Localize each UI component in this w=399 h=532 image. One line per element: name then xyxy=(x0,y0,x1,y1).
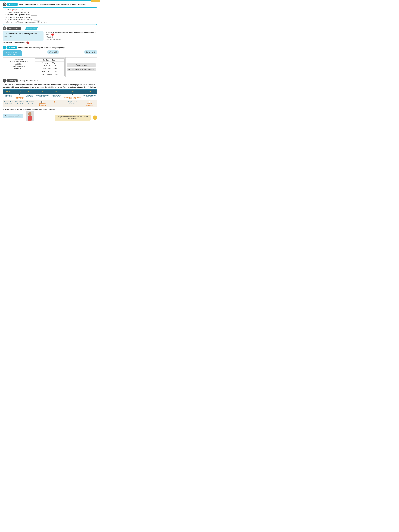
svg-point-4 xyxy=(4,47,5,47)
grammar-exercise-box: When does it? is The art exhibition open… xyxy=(3,7,97,25)
mon-2-time: 3:30 – 4:30 xyxy=(3,103,13,104)
wed-2-time: 4:00 – 5:00 xyxy=(25,103,34,104)
pronunciation-header: Pronunciation Intonation xyxy=(3,26,97,30)
pron-part-c: c. Now listen again and repeat. 🎧 xyxy=(3,42,97,44)
answer-line-3 xyxy=(31,14,37,16)
sat-1-checkbox[interactable] xyxy=(72,95,73,96)
speaking-instructions-a: a. You want to do some fun activities wi… xyxy=(3,83,97,88)
list-item-5: dance competition xyxy=(4,66,33,68)
tue-1-checkbox[interactable] xyxy=(19,95,20,96)
time-row-5: Thu, 12 p.m. – 11 p.m. xyxy=(35,70,65,73)
cell-sat-1: Video game competition 9:00 - 10:30 xyxy=(63,94,82,100)
time-table: Fri, 3 p.m. – 5 p.m. Sun, 8 p.m. – 11 p.… xyxy=(35,58,65,76)
mon-1-time: 9:00 - 10:00 xyxy=(3,96,13,98)
pronunciation-icon xyxy=(3,26,6,30)
bottom-section: b. Which activities did you agree to do … xyxy=(3,108,97,121)
time-row-6: Wed, 10 a.m. – 12 p.m. xyxy=(35,73,65,76)
answer-line-5 xyxy=(34,19,40,20)
practice-section-header: Practice Work in pairs. Practice asking … xyxy=(3,46,97,50)
wed-1-name: Art class xyxy=(25,95,34,96)
thu-2-name: Quiz show xyxy=(35,103,49,105)
sat-2-time: 3:30 – 4:30 xyxy=(64,103,81,104)
time-cell-3: Sat, 9 a.m. – 4 p.m. xyxy=(35,64,65,67)
bottom-left: We are going to go to... xyxy=(3,111,34,121)
practice-columns: pottery class extreme sports competition… xyxy=(3,57,97,77)
header-fri: FRI xyxy=(50,89,63,94)
sun-2-name: Carnival xyxy=(82,103,96,105)
header-sun: SUN xyxy=(82,89,97,94)
speaking-icon xyxy=(3,79,6,82)
time-cell-1: Fri, 3 p.m. – 5 p.m. xyxy=(35,59,65,62)
svg-point-10 xyxy=(29,115,31,116)
pron-part-a-title: ↘ a. Intonation for Wh-questions goes do… xyxy=(4,32,42,35)
cell-mon-2: Physics class 3:30 – 4:30 xyxy=(3,100,14,107)
svg-point-2 xyxy=(4,28,5,29)
circled-word: does xyxy=(12,9,16,11)
fri-1-name: English class xyxy=(50,95,63,96)
time-cell-5: Thu, 12 p.m. – 11 p.m. xyxy=(35,70,65,73)
header-wed: WED xyxy=(25,89,35,94)
time-cell-6: Wed, 10 a.m. – 12 p.m. xyxy=(35,73,65,76)
bottom-right: Now you can ask for information about ev… xyxy=(55,115,97,121)
pronunciation-section: Pronunciation Intonation ↘ a. Intonation… xyxy=(3,26,97,44)
grammar-badge: Grammar xyxy=(7,3,18,6)
list-item-4: quiz show xyxy=(4,64,33,66)
time-row-1: Fri, 3 p.m. – 5 p.m. xyxy=(35,59,65,62)
cell-sat-2: English club 3:30 – 4:30 xyxy=(63,100,82,107)
grammar-sentence-5: The dance competition is at Sunday. xyxy=(7,19,95,20)
pron-part-b-example2: What time does it start? xyxy=(46,38,97,40)
sat-2-name: English club xyxy=(64,101,81,103)
bubble-when: When is it? xyxy=(47,51,59,54)
cell-wed-1: Art class 9:00 - 10:00 xyxy=(25,94,35,100)
mon-2-name: Physics class xyxy=(3,101,13,103)
sun-2-time: 5:00 – 6:30 xyxy=(82,105,96,106)
bubble-late: That's a bit late. xyxy=(67,63,96,67)
practice-col-responses: That's a bit late. My class doesn't fini… xyxy=(66,57,97,77)
speaking-section-header: Speaking Asking for Information xyxy=(3,79,97,82)
header-sat: SAT xyxy=(63,89,82,94)
schedule-row-2: Physics class 3:30 – 4:30 Art exhibition… xyxy=(3,100,97,107)
cell-thu-2: Quiz show 4:00 – 5:30 xyxy=(35,100,50,107)
speaking-badge: Speaking xyxy=(7,79,18,82)
answer-line-2 xyxy=(31,11,37,13)
grammar-section-header: Grammar Circle the mistakes and correct … xyxy=(3,3,97,6)
time-row-4: Mon, 1 p.m. – 4 p.m. xyxy=(35,67,65,70)
tue-2-time: 3:00 - 4:00 xyxy=(15,103,25,104)
fri-2-name: Free xyxy=(50,101,63,103)
audio-badge-b: CD109 xyxy=(51,33,54,36)
cell-fri-2: Free - - - - - - - - - - - - - - - - xyxy=(50,100,63,107)
pronunciation-part-a: ↘ a. Intonation for Wh-questions goes do… xyxy=(3,31,43,41)
header-mon: MON xyxy=(3,89,14,94)
cell-tue-1: Pottery class 9:30 - 10:30 xyxy=(14,94,25,100)
thu-2-checkbox[interactable] xyxy=(42,101,43,103)
pronunciation-part-b: b. Listen to the sentences and notice ho… xyxy=(46,31,97,41)
list-item-3: carnival xyxy=(4,62,33,64)
cell-wed-2: Talent show 4:00 – 5:00 xyxy=(25,100,35,107)
grammar-sentence-2: The art exhibition open at 9 a.m. xyxy=(7,11,95,13)
bubble-now-you: Now you can ask for information about ev… xyxy=(55,115,91,121)
thu-2-time: 4:00 – 5:30 xyxy=(35,105,49,106)
bottom-row: We are going to go to... Now you can ask… xyxy=(3,111,97,121)
svg-point-1 xyxy=(5,4,5,4)
tue-1-time: 9:30 - 10:30 xyxy=(15,98,25,100)
bubble-finish-time: My class doesn't finish until 5:30 p.m. xyxy=(67,68,96,71)
sat-1-name: Video game competition xyxy=(64,96,81,98)
speaking-section: Speaking Asking for Information a. You w… xyxy=(3,79,97,121)
sun-2-checkbox[interactable] xyxy=(89,101,90,103)
svg-point-7 xyxy=(5,80,5,80)
cell-fri-1: English class 10:00 - 11:00 xyxy=(50,94,63,100)
time-cell-4: Mon, 1 p.m. – 4 p.m. xyxy=(35,67,65,70)
cell-sun-1: Basketball practice 8:30 - 9:30 xyxy=(82,94,97,100)
activity-list: pottery class extreme sports competition… xyxy=(4,58,33,69)
pronunciation-badge: Pronunciation xyxy=(7,27,21,30)
sat-1-time: 9:00 - 10:30 xyxy=(64,98,81,100)
time-row-2: Sun, 8 p.m. – 11 p.m. xyxy=(35,62,65,64)
svg-point-6 xyxy=(4,80,5,81)
speech-bubbles-row: Why don't we go to pottery class? When i… xyxy=(3,51,97,57)
practice-section: Practice Work in pairs. Practice asking … xyxy=(3,46,97,77)
headphones-icon: 🎧 xyxy=(26,42,29,44)
pron-part-b-title: b. Listen to the sentences and notice ho… xyxy=(46,31,97,36)
grammar-sentence-4: The pottery class finish at 10 a.m. xyxy=(7,16,95,18)
cell-mon-1: Math class 9:00 - 10:00 xyxy=(3,94,14,100)
thu-1-time: 8:30 - 9:30 xyxy=(35,96,49,98)
